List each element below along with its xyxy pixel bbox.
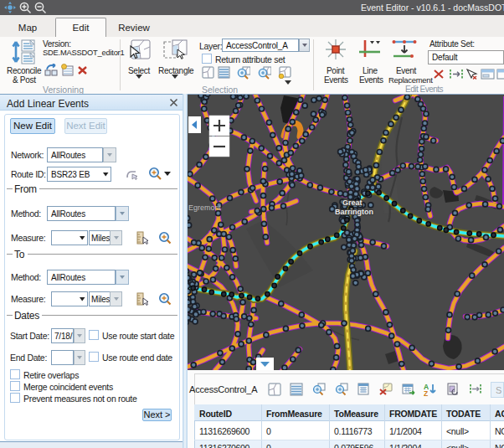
svg-text:Egremont: Egremont [188, 203, 222, 212]
svg-text:Great: Great [342, 198, 363, 207]
svg-text:Barrington: Barrington [335, 208, 373, 216]
svg-text:Z: Z [424, 389, 428, 397]
